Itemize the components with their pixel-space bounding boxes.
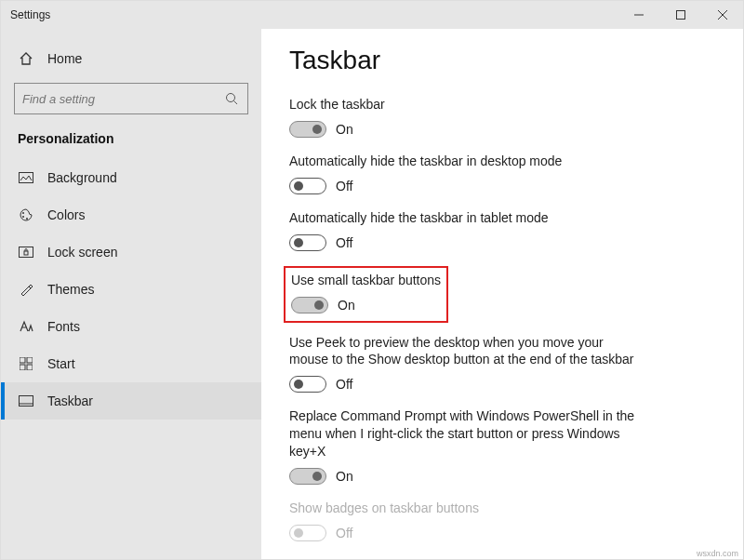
sidebar-item-label: Themes [47,282,95,297]
svg-rect-6 [20,173,33,183]
svg-rect-14 [20,365,25,370]
window-title: Settings [10,8,50,21]
lock-icon [18,244,34,260]
sidebar-item-start[interactable]: Start [1,345,261,382]
fonts-icon [18,318,34,335]
highlight-small-buttons: Use small taskbar buttons On [284,266,448,323]
themes-icon [18,281,34,298]
toggle-state: On [338,298,355,313]
setting-hide-tablet: Automatically hide the taskbar in tablet… [289,209,715,251]
category-label: Personalization [1,124,261,159]
svg-rect-12 [20,357,25,363]
taskbar-icon [18,393,34,409]
toggle-state: Off [336,377,352,392]
search-container [1,83,261,114]
colors-icon [18,207,34,223]
setting-label: Automatically hide the taskbar in tablet… [289,209,715,227]
toggle-lock-taskbar[interactable] [289,121,326,138]
search-input[interactable] [22,92,223,106]
toggle-hide-desktop[interactable] [289,178,326,194]
background-icon [18,169,34,186]
sidebar-item-themes[interactable]: Themes [1,271,261,308]
toggle-state: Off [336,526,352,540]
toggle-small-buttons[interactable] [291,297,328,313]
toggle-hide-tablet[interactable] [289,234,326,251]
svg-point-9 [26,218,28,220]
content-pane: Taskbar Lock the taskbar On Automaticall… [261,29,743,559]
maximize-button[interactable] [659,1,701,29]
toggle-state: On [336,469,353,484]
setting-taskbar-location: Taskbar location on screen Bottom [289,556,715,559]
setting-label: Use Peek to preview the desktop when you… [289,334,643,369]
toggle-badges [289,525,326,541]
setting-label: Show badges on taskbar buttons [289,500,715,517]
search-icon [223,90,240,107]
setting-lock-taskbar: Lock the taskbar On [289,96,715,138]
svg-point-7 [22,212,24,214]
setting-badges: Show badges on taskbar buttons Off [289,500,715,541]
sidebar-item-lockscreen[interactable]: Lock screen [1,233,261,271]
svg-line-5 [234,101,238,105]
close-button[interactable] [701,1,743,29]
home-icon [18,50,34,67]
nav-list: Background Colors Lock screen Themes Fon… [1,159,261,420]
home-nav[interactable]: Home [1,40,261,77]
setting-label: Automatically hide the taskbar in deskto… [289,153,715,170]
svg-rect-13 [27,357,33,363]
window-body: Home Personalization Background Colors [1,29,743,559]
titlebar: Settings [1,1,743,29]
sidebar-item-colors[interactable]: Colors [1,196,261,233]
toggle-powershell[interactable] [289,468,326,485]
attribution: wsxdn.com [697,549,738,558]
setting-label: Lock the taskbar [289,96,715,113]
page-title: Taskbar [289,46,715,75]
sidebar-item-taskbar[interactable]: Taskbar [1,382,261,420]
home-label: Home [47,51,82,66]
window-controls [618,1,743,29]
sidebar-item-label: Start [47,356,75,371]
setting-peek: Use Peek to preview the desktop when you… [289,334,715,393]
sidebar-item-label: Lock screen [47,245,117,260]
toggle-peek[interactable] [289,376,326,393]
setting-label: Taskbar location on screen [289,556,715,559]
sidebar-item-label: Taskbar [47,393,93,408]
sidebar-item-fonts[interactable]: Fonts [1,308,261,345]
svg-rect-11 [24,251,28,255]
start-icon [18,355,34,372]
minimize-button[interactable] [618,1,659,29]
sidebar-item-label: Colors [47,207,85,222]
setting-hide-desktop: Automatically hide the taskbar in deskto… [289,153,715,194]
search-box[interactable] [14,83,248,114]
svg-rect-1 [676,11,684,20]
svg-point-8 [22,216,24,218]
svg-rect-16 [20,396,33,407]
toggle-state: On [336,122,353,137]
svg-rect-15 [27,365,33,370]
sidebar-item-background[interactable]: Background [1,159,261,196]
svg-point-4 [227,94,235,102]
sidebar-item-label: Background [47,170,117,185]
setting-powershell: Replace Command Prompt with Windows Powe… [289,407,715,485]
toggle-state: Off [336,179,352,193]
sidebar: Home Personalization Background Colors [1,29,261,559]
settings-window: Settings Home Personalization [0,0,744,560]
sidebar-item-label: Fonts [47,319,80,334]
setting-label: Use small taskbar buttons [291,272,441,289]
setting-label: Replace Command Prompt with Windows Powe… [289,407,643,460]
toggle-state: Off [336,235,352,250]
